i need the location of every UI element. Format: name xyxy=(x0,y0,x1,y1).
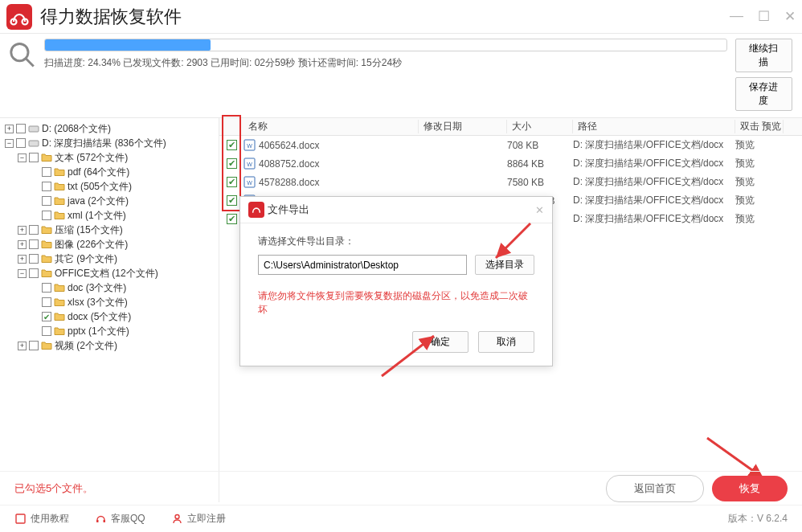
folder-icon xyxy=(41,152,52,163)
dialog-title: 文件导出 xyxy=(268,203,309,217)
tree-label: OFFICE文档 (12个文件) xyxy=(55,267,158,280)
dialog-ok-button[interactable]: 确定 xyxy=(412,331,469,353)
app-logo xyxy=(6,4,32,30)
tree-checkbox[interactable] xyxy=(29,153,39,162)
expand-toggle[interactable]: + xyxy=(18,342,27,350)
folder-icon xyxy=(54,282,65,293)
docx-icon: W xyxy=(243,158,256,170)
col-preview[interactable]: 双击 预览 xyxy=(735,120,784,133)
save-progress-button[interactable]: 保存进度 xyxy=(735,77,792,111)
tree-checkbox[interactable] xyxy=(42,326,51,336)
tree-checkbox[interactable] xyxy=(42,167,51,177)
maximize-button[interactable]: ☐ xyxy=(758,8,770,25)
tree-checkbox[interactable] xyxy=(42,196,51,206)
svg-rect-23 xyxy=(104,520,106,522)
table-row[interactable]: ✔ W4088752.docx 8864 KB D: 深度扫描结果/OFFICE… xyxy=(219,154,802,173)
svg-point-3 xyxy=(11,43,28,60)
col-date[interactable]: 修改日期 xyxy=(419,120,507,133)
file-path: D: 深度扫描结果/OFFICE文档/docx xyxy=(573,175,735,189)
choose-dir-button[interactable]: 选择目录 xyxy=(475,255,534,275)
qq-link[interactable]: 客服QQ xyxy=(95,512,145,526)
row-checkbox[interactable]: ✔ xyxy=(227,214,237,224)
folder-icon xyxy=(54,325,65,337)
preview-link[interactable]: 预览 xyxy=(735,138,784,152)
tree-checkbox[interactable] xyxy=(42,297,51,307)
continue-scan-button[interactable]: 继续扫描 xyxy=(735,39,792,72)
expand-toggle[interactable]: − xyxy=(18,269,27,278)
tree-label: pdf (64个文件) xyxy=(68,166,129,179)
register-link[interactable]: 立即注册 xyxy=(171,512,226,526)
tree-checkbox[interactable] xyxy=(29,225,39,235)
expand-toggle[interactable]: − xyxy=(18,153,27,162)
drive-icon xyxy=(28,137,39,149)
preview-link[interactable]: 预览 xyxy=(735,175,784,189)
tree-checkbox[interactable]: ✔ xyxy=(42,312,51,321)
table-row[interactable]: ✔ W4065624.docx 708 KB D: 深度扫描结果/OFFICE文… xyxy=(219,136,802,154)
col-size[interactable]: 大小 xyxy=(507,120,573,133)
expand-toggle[interactable]: + xyxy=(18,226,27,235)
folder-icon xyxy=(41,340,52,351)
row-checkbox[interactable]: ✔ xyxy=(227,158,237,169)
tree-checkbox[interactable] xyxy=(29,254,39,264)
file-name: 4578288.docx xyxy=(259,177,319,188)
folder-icon xyxy=(54,195,65,207)
dialog-cancel-button[interactable]: 取消 xyxy=(478,331,534,353)
row-checkbox[interactable]: ✔ xyxy=(227,140,237,150)
table-row[interactable]: ✔ W4578288.docx 7580 KB D: 深度扫描结果/OFFICE… xyxy=(219,173,802,191)
selected-count-text: 已勾选5个文件。 xyxy=(14,481,93,496)
footer-links: 使用教程 客服QQ 立即注册 版本：V 6.2.4 xyxy=(0,505,802,532)
docx-icon: W xyxy=(243,176,256,188)
export-path-input[interactable] xyxy=(258,255,467,275)
row-checkbox[interactable]: ✔ xyxy=(227,177,237,187)
tree-checkbox[interactable] xyxy=(29,268,39,278)
file-header: 名称 修改日期 大小 路径 双击 预览 xyxy=(219,118,802,136)
file-size: 8864 KB xyxy=(507,158,573,170)
preview-link[interactable]: 预览 xyxy=(735,194,784,207)
expand-toggle[interactable]: + xyxy=(18,240,27,249)
tree-label: 文本 (572个文件) xyxy=(55,151,128,165)
tree-checkbox[interactable] xyxy=(42,211,51,220)
svg-rect-5 xyxy=(29,126,39,132)
tree-label: 其它 (9个文件) xyxy=(55,252,117,266)
col-path[interactable]: 路径 xyxy=(573,120,735,133)
tree-checkbox[interactable] xyxy=(29,239,39,249)
docx-icon: W xyxy=(243,139,256,151)
dialog-label: 请选择文件导出目录： xyxy=(258,235,534,248)
tree-label: 图像 (226个文件) xyxy=(55,238,128,252)
col-name[interactable]: 名称 xyxy=(243,120,419,133)
preview-link[interactable]: 预览 xyxy=(735,157,784,170)
dialog-close-button[interactable]: ✕ xyxy=(535,204,544,216)
tutorial-link[interactable]: 使用教程 xyxy=(14,512,69,526)
tree-label: txt (505个文件) xyxy=(68,180,132,194)
headset-icon xyxy=(95,513,107,525)
titlebar: 得力数据恢复软件 — ☐ ✕ xyxy=(0,0,802,34)
tree-checkbox[interactable] xyxy=(16,138,26,148)
footer-actions: 已勾选5个文件。 返回首页 恢复 xyxy=(0,471,802,505)
file-path: D: 深度扫描结果/OFFICE文档/docx xyxy=(573,157,735,170)
folder-tree[interactable]: +D: (2068个文件) −D: 深度扫描结果 (836个文件) −文本 (5… xyxy=(0,118,219,502)
file-path: D: 深度扫描结果/OFFICE文档/docx xyxy=(573,138,735,152)
folder-icon xyxy=(41,268,52,279)
drive-icon xyxy=(28,123,39,134)
expand-toggle[interactable]: + xyxy=(5,125,14,133)
expand-toggle[interactable]: − xyxy=(5,139,14,148)
close-button[interactable]: ✕ xyxy=(784,8,796,25)
dialog-warning: 请您勿将文件恢复到需要恢复数据的磁盘分区，以免造成二次破坏 xyxy=(258,289,534,317)
svg-line-4 xyxy=(26,59,34,67)
version-text: 版本：V 6.2.4 xyxy=(728,512,788,526)
back-home-button[interactable]: 返回首页 xyxy=(606,475,704,502)
minimize-button[interactable]: — xyxy=(730,8,743,25)
tree-checkbox[interactable] xyxy=(16,124,26,133)
recover-button[interactable]: 恢复 xyxy=(712,476,788,501)
tree-label: D: 深度扫描结果 (836个文件) xyxy=(42,137,166,150)
tree-checkbox[interactable] xyxy=(29,341,39,350)
file-name: 4065624.docx xyxy=(259,140,319,151)
preview-link[interactable]: 预览 xyxy=(735,212,784,226)
tree-checkbox[interactable] xyxy=(42,283,51,293)
svg-text:W: W xyxy=(247,162,252,167)
expand-toggle[interactable]: + xyxy=(18,255,27,264)
row-checkbox[interactable]: ✔ xyxy=(227,195,237,206)
file-size: 7580 KB xyxy=(507,177,573,188)
tree-checkbox[interactable] xyxy=(42,182,51,191)
search-icon xyxy=(6,39,38,71)
